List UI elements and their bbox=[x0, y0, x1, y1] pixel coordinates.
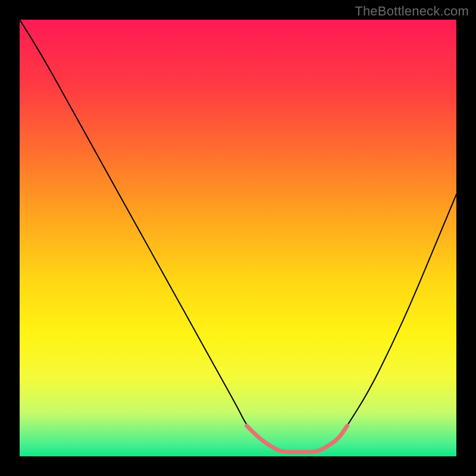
valley-highlight bbox=[247, 426, 347, 452]
plot-area bbox=[20, 20, 456, 456]
chart-frame: TheBottleneck.com bbox=[0, 0, 476, 476]
bottleneck-curve bbox=[20, 20, 456, 452]
watermark-text: TheBottleneck.com bbox=[355, 4, 469, 19]
curve-layer bbox=[20, 20, 456, 456]
